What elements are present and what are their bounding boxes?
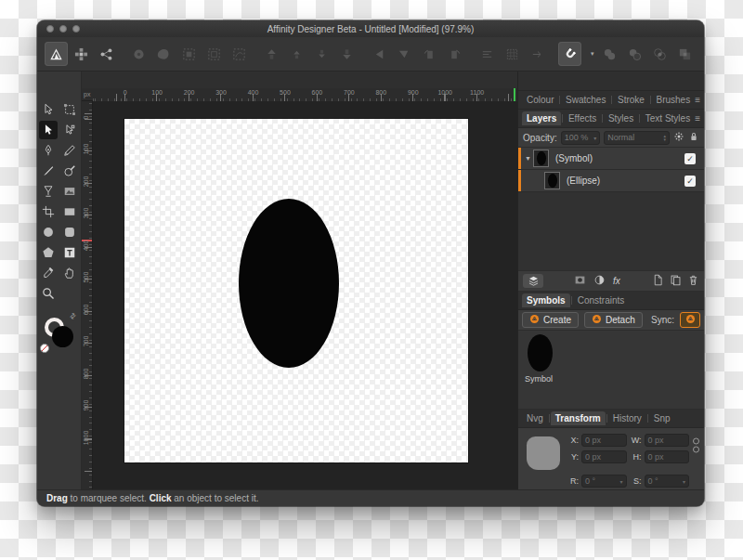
text-tool[interactable] — [60, 243, 79, 262]
tab-styles[interactable]: Styles — [604, 111, 638, 125]
tab-swatches[interactable]: Swatches — [561, 93, 610, 107]
boolean-intersect-button[interactable] — [648, 42, 671, 66]
tab-symbols[interactable]: Symbols — [522, 293, 570, 307]
panel-menu-icon[interactable]: ≡ — [695, 113, 700, 124]
tab-constraints[interactable]: Constraints — [573, 293, 630, 307]
sync-toggle-button[interactable] — [680, 312, 700, 328]
tab-effects[interactable]: Effects — [564, 111, 601, 125]
w-field[interactable]: 0 px — [645, 434, 690, 447]
swap-colours-icon[interactable]: ⇄ — [68, 311, 78, 321]
layer-thumbnail[interactable] — [544, 172, 560, 189]
zoom-tool[interactable] — [39, 284, 58, 303]
image-tool[interactable] — [60, 182, 79, 201]
anchor-selector-icon[interactable] — [527, 436, 560, 470]
layer-visibility-checkbox[interactable]: ✓ — [684, 153, 696, 164]
tab-text-styles[interactable]: Text Styles — [641, 111, 695, 125]
tab-stroke[interactable]: Stroke — [613, 93, 649, 107]
insert-inside-button[interactable] — [152, 42, 176, 66]
link-dimensions-icon[interactable] — [692, 436, 700, 458]
select-lasso-button[interactable] — [228, 42, 251, 66]
snapping-button[interactable] — [558, 42, 581, 66]
blend-mode-dropdown[interactable]: Normal ▴▾ — [604, 131, 670, 145]
rectangle-tool[interactable] — [60, 202, 79, 221]
layer-row-symbol[interactable]: ▼ (Symbol) ✓ — [518, 148, 704, 170]
select-tool[interactable] — [39, 121, 58, 139]
arrange-backward-button[interactable] — [310, 42, 333, 66]
no-colour-icon[interactable] — [40, 344, 49, 353]
h-field[interactable]: 0 px — [645, 450, 690, 463]
delete-layer-trash-icon[interactable] — [687, 274, 699, 288]
select-frame-button[interactable] — [202, 42, 226, 66]
disclosure-triangle-icon[interactable]: ▼ — [523, 155, 533, 162]
adjustment-layer-icon[interactable] — [593, 274, 606, 288]
tab-snapshots[interactable]: Snp — [649, 411, 675, 425]
export-persona-button[interactable] — [95, 42, 118, 66]
opacity-dropdown[interactable]: 100 % ▾ — [561, 131, 601, 145]
pixel-persona-button[interactable] — [70, 42, 93, 66]
flip-horizontal-button[interactable] — [368, 42, 391, 66]
mask-layer-icon[interactable] — [574, 274, 586, 288]
shear-dropdown[interactable]: 0 °▾ — [645, 475, 690, 488]
tab-layers[interactable]: Layers — [522, 111, 561, 125]
colour-picker-tool[interactable] — [39, 264, 58, 282]
layers-stack-button[interactable] — [523, 274, 543, 288]
fill-tool[interactable] — [39, 182, 58, 201]
boolean-divide-button[interactable] — [673, 42, 697, 66]
layer-name[interactable]: (Symbol) — [555, 153, 593, 163]
create-symbol-button[interactable]: Create — [522, 312, 579, 328]
move-to-panel-button[interactable] — [526, 42, 549, 66]
layer-lock-icon[interactable] — [688, 131, 699, 144]
fill-colour-swatch[interactable] — [52, 326, 73, 347]
new-layer-icon[interactable] — [652, 274, 664, 288]
symbol-thumbnail[interactable] — [528, 334, 553, 371]
vector-brush-tool[interactable] — [60, 162, 79, 180]
designer-persona-button[interactable] — [45, 42, 68, 66]
rotate-cw-button[interactable] — [443, 42, 466, 66]
duplicate-layer-icon[interactable] — [670, 274, 682, 288]
layer-name[interactable]: (Ellipse) — [567, 176, 600, 186]
arrange-forward-button[interactable] — [285, 42, 308, 66]
boolean-subtract-button[interactable] — [623, 42, 646, 66]
ellipse-object[interactable] — [239, 199, 339, 368]
rotation-dropdown[interactable]: 0 °▾ — [581, 475, 627, 488]
tab-transform[interactable]: Transform — [551, 411, 606, 425]
node-tool[interactable] — [60, 121, 79, 139]
ellipse-tool[interactable] — [39, 223, 58, 241]
polygon-tool[interactable] — [39, 243, 58, 262]
tab-colour[interactable]: Colour — [522, 93, 558, 107]
layer-settings-gear-icon[interactable] — [673, 131, 684, 144]
insert-behind-button[interactable] — [127, 42, 150, 66]
brush-tool[interactable] — [39, 162, 58, 180]
boolean-combine-button[interactable] — [698, 42, 704, 66]
layer-row-ellipse[interactable]: (Ellipse) ✓ — [518, 170, 704, 192]
document-canvas[interactable] — [124, 119, 468, 462]
panel-menu-icon[interactable]: ≡ — [695, 95, 700, 105]
rotate-ccw-button[interactable] — [418, 42, 441, 66]
select-box-button[interactable] — [177, 42, 201, 66]
pencil-tool[interactable] — [60, 141, 79, 160]
layer-visibility-checkbox[interactable]: ✓ — [684, 176, 696, 187]
flip-vertical-button[interactable] — [393, 42, 416, 66]
pen-tool[interactable] — [39, 141, 58, 160]
tab-navigator[interactable]: Nvg — [522, 411, 548, 425]
y-field[interactable]: 0 px — [581, 450, 627, 463]
tab-history[interactable]: History — [608, 411, 646, 425]
x-field[interactable]: 0 px — [581, 434, 627, 447]
title-bar[interactable]: Affinity Designer Beta - Untitled [Modif… — [37, 20, 704, 38]
arrange-to-back-button[interactable] — [335, 42, 358, 66]
transform-mode-button[interactable] — [501, 42, 524, 66]
layer-effects-fx-icon[interactable]: fx — [613, 276, 620, 286]
artboard-tool[interactable] — [60, 100, 79, 119]
detach-symbol-button[interactable]: Detach — [584, 312, 643, 328]
move-tool[interactable] — [39, 100, 58, 119]
arrange-to-front-button[interactable] — [260, 42, 283, 66]
hand-tool[interactable] — [60, 264, 79, 282]
layer-thumbnail[interactable] — [533, 150, 549, 167]
pasteboard[interactable] — [93, 101, 517, 490]
tab-brushes[interactable]: Brushes — [651, 93, 695, 107]
alignment-button[interactable] — [476, 42, 499, 66]
snapping-caret-icon[interactable]: ▾ — [591, 50, 594, 58]
crop-tool[interactable] — [39, 202, 58, 221]
boolean-add-button[interactable] — [598, 42, 621, 66]
rounded-rectangle-tool[interactable] — [60, 223, 79, 241]
